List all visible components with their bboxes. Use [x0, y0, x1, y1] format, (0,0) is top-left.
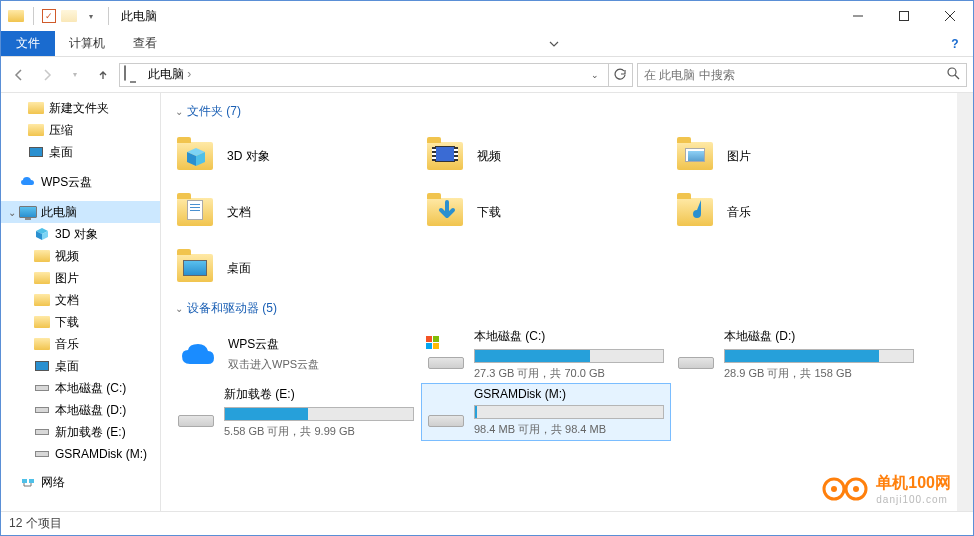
qat-dropdown-icon[interactable]: ▾ — [82, 7, 100, 25]
tree-label: 网络 — [41, 474, 65, 491]
folder-item[interactable]: 文档 — [171, 184, 421, 240]
group-folders-title: 文件夹 (7) — [187, 103, 241, 120]
folder-item[interactable]: 3D 对象 — [171, 128, 421, 184]
group-devices-header[interactable]: ⌄ 设备和驱动器 (5) — [171, 300, 947, 317]
folder-item[interactable]: 图片 — [671, 128, 921, 184]
tree-icon — [33, 380, 51, 396]
back-button[interactable] — [7, 63, 31, 87]
sidebar-item[interactable]: 视频 — [1, 245, 160, 267]
svg-rect-1 — [900, 12, 909, 21]
tree-label: 本地磁盘 (D:) — [55, 402, 126, 419]
tree-label: 此电脑 — [41, 204, 77, 221]
folder-label: 文档 — [227, 204, 251, 221]
sidebar-item[interactable]: 下载 — [1, 311, 160, 333]
drive-item[interactable]: GSRAMDisk (M:)98.4 MB 可用，共 98.4 MB — [421, 383, 671, 441]
sidebar-item-network[interactable]: 网络 — [1, 471, 160, 493]
sidebar-item[interactable]: 新加载卷 (E:) — [1, 421, 160, 443]
drive-icon — [678, 334, 714, 374]
folder-icon — [177, 136, 217, 176]
drive-name: 本地磁盘 (C:) — [474, 328, 664, 345]
tree-label: 新建文件夹 — [49, 100, 109, 117]
navbar: ▾ 此电脑 › ⌄ — [1, 57, 973, 93]
tree-icon — [33, 424, 51, 440]
address-segment[interactable]: 此电脑 — [148, 67, 184, 81]
drive-capacity-text: 98.4 MB 可用，共 98.4 MB — [474, 422, 664, 437]
qat-properties-icon[interactable]: ✓ — [42, 9, 56, 23]
tree-label: 音乐 — [55, 336, 79, 353]
sidebar-item[interactable]: 新建文件夹 — [1, 97, 160, 119]
group-folders-header[interactable]: ⌄ 文件夹 (7) — [171, 103, 947, 120]
sidebar-item[interactable]: 本地磁盘 (D:) — [1, 399, 160, 421]
svg-point-4 — [948, 68, 956, 76]
tree-icon — [33, 248, 51, 264]
up-button[interactable] — [91, 63, 115, 87]
sidebar-item[interactable]: 压缩 — [1, 119, 160, 141]
folder-item[interactable]: 音乐 — [671, 184, 921, 240]
folder-label: 图片 — [727, 148, 751, 165]
drive-item[interactable]: 本地磁盘 (C:)27.3 GB 可用，共 70.0 GB — [421, 325, 671, 383]
search-input[interactable] — [644, 68, 947, 82]
folder-label: 桌面 — [227, 260, 251, 277]
tree-label: WPS云盘 — [41, 174, 92, 191]
maximize-button[interactable] — [881, 1, 927, 31]
sidebar-item[interactable]: 音乐 — [1, 333, 160, 355]
watermark: 单机100网 danji100.com — [822, 473, 951, 505]
help-icon[interactable]: ? — [937, 31, 973, 56]
drive-item[interactable]: 本地磁盘 (D:)28.9 GB 可用，共 158 GB — [671, 325, 921, 383]
sidebar-item[interactable]: 文档 — [1, 289, 160, 311]
search-icon[interactable] — [947, 67, 960, 83]
minimize-button[interactable] — [835, 1, 881, 31]
close-button[interactable] — [927, 1, 973, 31]
drive-item[interactable]: WPS云盘双击进入WPS云盘 — [171, 325, 421, 383]
sidebar-item[interactable]: 3D 对象 — [1, 223, 160, 245]
sidebar-item[interactable]: 图片 — [1, 267, 160, 289]
tree-label: 桌面 — [55, 358, 79, 375]
tree-icon — [33, 446, 51, 462]
recent-locations-icon[interactable]: ▾ — [63, 63, 87, 87]
collapse-icon[interactable]: ⌄ — [171, 106, 187, 117]
address-dropdown-icon[interactable]: ⌄ — [586, 70, 604, 80]
svg-point-19 — [853, 486, 859, 492]
folder-label: 3D 对象 — [227, 148, 270, 165]
qat-new-icon[interactable] — [60, 7, 78, 25]
tree-label: 本地磁盘 (C:) — [55, 380, 126, 397]
refresh-button[interactable] — [609, 63, 633, 87]
folder-item[interactable]: 桌面 — [171, 240, 421, 296]
sidebar-item-thispc[interactable]: ⌄此电脑 — [1, 201, 160, 223]
drive-capacity-text: 28.9 GB 可用，共 158 GB — [724, 366, 914, 381]
drive-item[interactable]: 新加载卷 (E:)5.58 GB 可用，共 9.99 GB — [171, 383, 421, 441]
folder-icon — [677, 192, 717, 232]
forward-button[interactable] — [35, 63, 59, 87]
ribbon-expand-icon[interactable] — [536, 31, 572, 56]
ribbon-tabs: 文件 计算机 查看 ? — [1, 31, 973, 57]
svg-rect-14 — [433, 343, 439, 349]
tree-label: 压缩 — [49, 122, 73, 139]
folder-icon — [427, 192, 467, 232]
drive-icon — [428, 392, 464, 432]
sidebar: 新建文件夹压缩桌面WPS云盘⌄此电脑3D 对象视频图片文档下载音乐桌面本地磁盘 … — [1, 93, 161, 511]
tree-label: 图片 — [55, 270, 79, 287]
sidebar-item[interactable]: 桌面 — [1, 355, 160, 377]
tree-icon — [19, 174, 37, 190]
sidebar-item-wps[interactable]: WPS云盘 — [1, 171, 160, 193]
search-box[interactable] — [637, 63, 967, 87]
folder-item[interactable]: 下载 — [421, 184, 671, 240]
svg-point-17 — [831, 486, 837, 492]
tree-icon — [27, 144, 45, 160]
tab-computer[interactable]: 计算机 — [55, 31, 119, 56]
tab-view[interactable]: 查看 — [119, 31, 171, 56]
collapse-icon[interactable]: ⌄ — [171, 303, 187, 314]
sidebar-item[interactable]: GSRAMDisk (M:) — [1, 443, 160, 465]
address-bar[interactable]: 此电脑 › ⌄ — [119, 63, 609, 87]
sidebar-item[interactable]: 桌面 — [1, 141, 160, 163]
sidebar-item[interactable]: 本地磁盘 (C:) — [1, 377, 160, 399]
capacity-bar — [224, 407, 414, 421]
drive-icon — [178, 392, 214, 432]
expand-icon[interactable]: ⌄ — [5, 207, 19, 218]
file-tab[interactable]: 文件 — [1, 31, 55, 56]
scrollbar-vertical[interactable] — [957, 93, 973, 511]
folder-item[interactable]: 视频 — [421, 128, 671, 184]
tree-label: 下载 — [55, 314, 79, 331]
tree-icon — [33, 358, 51, 374]
drive-name: 本地磁盘 (D:) — [724, 328, 914, 345]
